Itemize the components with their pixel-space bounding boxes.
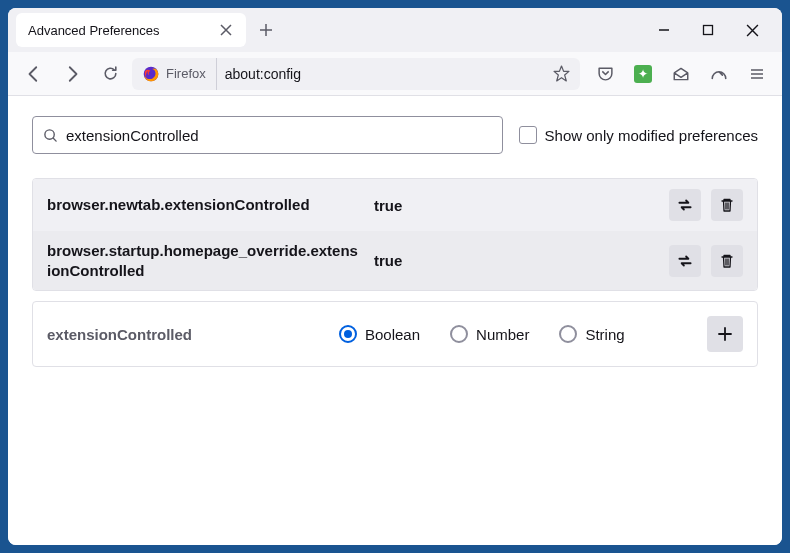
checkbox-icon (519, 126, 537, 144)
radio-icon (450, 325, 468, 343)
radio-icon (339, 325, 357, 343)
inbox-icon[interactable] (666, 59, 696, 89)
url-text: about:config (225, 66, 545, 82)
show-modified-label: Show only modified preferences (545, 127, 758, 144)
svg-rect-0 (704, 26, 713, 35)
back-button[interactable] (18, 58, 50, 90)
identity-box[interactable]: Firefox (142, 58, 217, 90)
browser-tab[interactable]: Advanced Preferences (16, 13, 246, 47)
preference-name: browser.newtab.extensionControlled (47, 195, 362, 215)
firefox-logo-icon (142, 65, 160, 83)
search-icon (43, 128, 58, 143)
bookmark-star-icon[interactable] (553, 65, 570, 82)
preference-name: browser.startup.homepage_override.extens… (47, 241, 362, 280)
titlebar: Advanced Preferences (8, 8, 782, 52)
toggle-button[interactable] (669, 189, 701, 221)
menu-icon[interactable] (742, 59, 772, 89)
meter-icon[interactable] (704, 59, 734, 89)
forward-button[interactable] (56, 58, 88, 90)
tab-title: Advanced Preferences (28, 23, 210, 38)
toolbar-icons: ✦ (586, 59, 772, 89)
toggle-button[interactable] (669, 245, 701, 277)
navigation-toolbar: Firefox about:config ✦ (8, 52, 782, 96)
url-bar[interactable]: Firefox about:config (132, 58, 580, 90)
radio-icon (559, 325, 577, 343)
browser-window: Advanced Preferences (8, 8, 782, 545)
preference-value: true (374, 252, 657, 269)
preference-actions (669, 189, 743, 221)
radio-label: Number (476, 326, 529, 343)
delete-button[interactable] (711, 245, 743, 277)
reload-button[interactable] (94, 58, 126, 90)
minimize-button[interactable] (654, 20, 674, 40)
show-modified-checkbox[interactable]: Show only modified preferences (519, 126, 758, 144)
extension-icon[interactable]: ✦ (628, 59, 658, 89)
preference-row: browser.startup.homepage_override.extens… (33, 231, 757, 290)
search-input[interactable] (66, 127, 492, 144)
type-radio-group: Boolean Number String (339, 325, 695, 343)
pocket-icon[interactable] (590, 59, 620, 89)
window-controls (654, 20, 774, 40)
preference-actions (669, 245, 743, 277)
maximize-button[interactable] (698, 20, 718, 40)
new-preference-row: extensionControlled Boolean Number Strin… (32, 301, 758, 367)
delete-button[interactable] (711, 189, 743, 221)
identity-label: Firefox (166, 66, 206, 81)
preference-search-box[interactable] (32, 116, 503, 154)
close-window-button[interactable] (742, 20, 762, 40)
preference-list: browser.newtab.extensionControlled true … (32, 178, 758, 291)
close-tab-icon[interactable] (218, 22, 234, 38)
preference-row: browser.newtab.extensionControlled true (33, 179, 757, 231)
about-config-content: Show only modified preferences browser.n… (8, 96, 782, 545)
radio-label: String (585, 326, 624, 343)
new-tab-button[interactable] (250, 14, 282, 46)
add-preference-button[interactable] (707, 316, 743, 352)
radio-label: Boolean (365, 326, 420, 343)
search-row: Show only modified preferences (32, 116, 758, 154)
radio-boolean[interactable]: Boolean (339, 325, 420, 343)
new-preference-name: extensionControlled (47, 326, 327, 343)
radio-number[interactable]: Number (450, 325, 529, 343)
preference-value: true (374, 197, 657, 214)
radio-string[interactable]: String (559, 325, 624, 343)
